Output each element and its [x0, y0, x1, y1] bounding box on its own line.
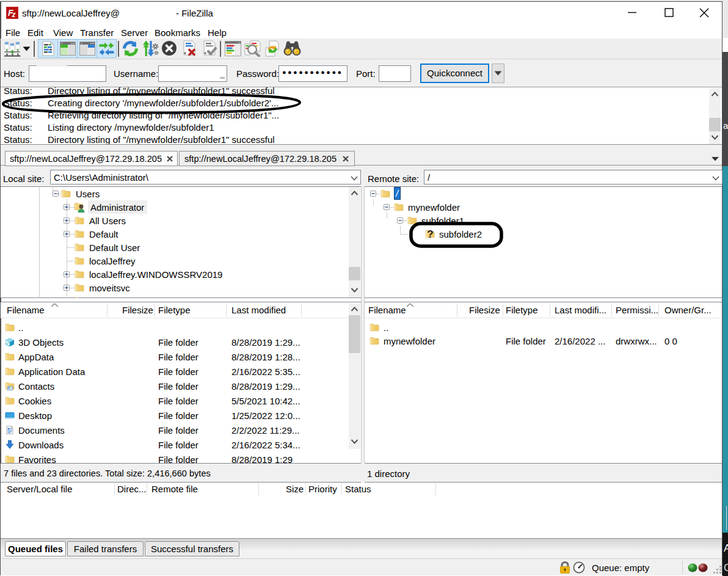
svg-text:z: z	[12, 10, 16, 19]
